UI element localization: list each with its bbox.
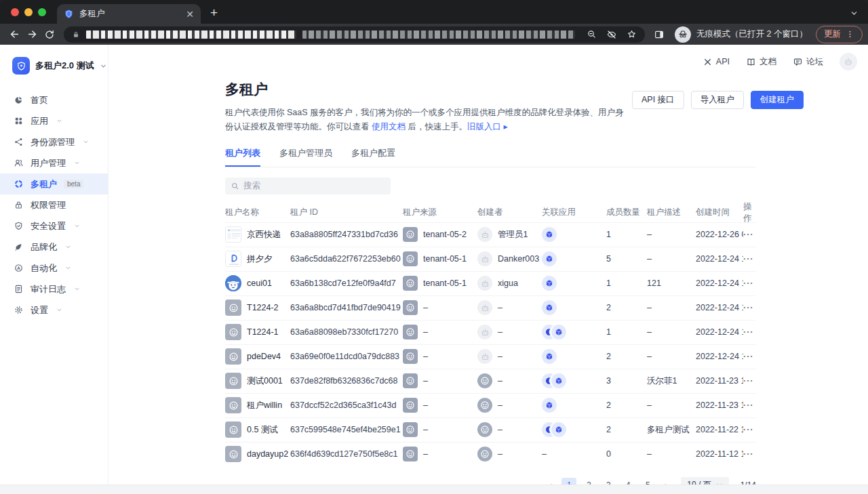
linked-app-icon[interactable] [542, 251, 557, 266]
row-actions-button[interactable]: ··· [743, 425, 754, 434]
linked-app-icon[interactable] [551, 373, 566, 388]
table-row[interactable]: ceui01 63a6b138cd7e12fe0f9a4fd7 tenant-0… [225, 271, 756, 295]
page-number-5[interactable]: 5 [640, 478, 655, 485]
tab-1[interactable]: 多租户管理员 [279, 147, 332, 167]
table-row[interactable]: 测试0001 637de82f8fb6326836c7dc68 – – 3 沃尔… [225, 369, 756, 393]
tab-close-icon[interactable]: ✕ [186, 9, 194, 19]
page-number-1[interactable]: 1 [561, 478, 576, 485]
tenant-avatar [225, 373, 241, 389]
table-row[interactable]: 0.5 测试 637c599548e745ef4be259e1 – – 2 多租… [225, 417, 756, 442]
workspace-switcher[interactable]: 多租户2.0 测试 [0, 57, 108, 75]
new-tab-button[interactable]: + [210, 5, 218, 20]
sidebar-item-apps[interactable]: 应用 [0, 110, 108, 131]
table-row[interactable]: daydayup2 636f4d639cd127e750f5e8c1 – – –… [225, 442, 756, 466]
forward-button[interactable] [23, 26, 41, 43]
sidebar-item-label: 品牌化 [31, 241, 57, 253]
minimize-window-button[interactable] [24, 8, 33, 16]
back-button[interactable] [5, 26, 23, 43]
row-actions-button[interactable]: ··· [743, 400, 754, 410]
main-panel: API 文档 论坛 多租户 租户代表使用你 SaaS 服务的客户，我们将为你的一… [108, 45, 868, 485]
linked-app-icon[interactable] [542, 398, 557, 413]
bookmark-star-icon[interactable] [627, 29, 637, 39]
table-row[interactable]: pdeDev4 63a69e0f0e11dcd0a79dc883 – – 2 –… [225, 344, 756, 369]
sidebar-item-home[interactable]: 首页 [0, 89, 108, 110]
create-tenant-button[interactable]: 创建租户 [751, 91, 804, 109]
table-row[interactable]: 租户willin 637dccf52c2d365ca3f1c43d – – 2 … [225, 393, 756, 417]
eye-hidden-icon[interactable] [606, 29, 617, 40]
sidebar-item-audit[interactable]: 审计日志 [0, 279, 108, 300]
close-window-button[interactable] [11, 8, 19, 16]
search-input[interactable] [243, 181, 385, 190]
row-actions-button[interactable]: ··· [743, 230, 754, 239]
side-panel-icon[interactable] [650, 26, 668, 43]
chevron-down-icon [83, 139, 89, 145]
row-actions-button[interactable]: ··· [743, 327, 754, 337]
next-page-button[interactable]: › [660, 480, 672, 485]
sidebar-item-users[interactable]: 用户管理 [0, 152, 108, 173]
linked-app-icon[interactable] [542, 300, 557, 315]
tenant-source-icon [403, 227, 418, 242]
row-actions-button[interactable]: ··· [743, 279, 754, 288]
creator-name: – [498, 303, 502, 312]
sidebar-item-tenants[interactable]: 多租户 beta [0, 173, 108, 194]
reload-button[interactable] [41, 26, 58, 43]
search-box[interactable] [225, 178, 391, 194]
page-size-select[interactable]: 10 / 页 [681, 477, 728, 485]
legacy-entry-link[interactable]: 旧版入口 ▸ [467, 122, 508, 131]
linked-apps [542, 373, 606, 388]
creator-avatar [477, 276, 492, 291]
linked-app-icon[interactable] [542, 276, 557, 291]
tenant-description: – [647, 254, 696, 264]
docs-link[interactable]: 使用文档 [372, 122, 406, 131]
tab-2[interactable]: 多租户配置 [351, 147, 395, 167]
topbar-link-forum[interactable]: 论坛 [793, 56, 823, 68]
topbar-link-api[interactable]: API [703, 56, 730, 68]
tab-0[interactable]: 租户列表 [225, 147, 260, 167]
maximize-window-button[interactable] [38, 8, 46, 16]
sidebar-item-idp[interactable]: 身份源管理 [0, 131, 108, 152]
user-avatar[interactable] [840, 53, 857, 70]
linked-app-icon[interactable] [542, 349, 557, 364]
linked-apps [542, 349, 606, 364]
url-bar[interactable] [64, 26, 645, 43]
update-browser-button[interactable]: 更新 [816, 26, 863, 43]
page-number-3[interactable]: 3 [601, 478, 616, 485]
table-row[interactable]: 京西快递 63a8a8805ff247331bd7cd36 tenant-05-… [225, 222, 756, 247]
tenant-source: tenant-05-2 [423, 230, 467, 239]
sidebar-item-automation[interactable]: 自动化 [0, 258, 108, 279]
sidebar-item-permission[interactable]: 权限管理 [0, 194, 108, 215]
row-actions-button[interactable]: ··· [743, 303, 754, 312]
row-actions-button[interactable]: ··· [743, 254, 754, 264]
sidebar-item-security[interactable]: 安全设置 [0, 215, 108, 236]
tenant-avatar [225, 275, 241, 291]
table-row[interactable]: T1224-2 63a6a8bcd7d41fbd7de90419 – – 2 –… [225, 295, 756, 320]
topbar-link-docs[interactable]: 文档 [746, 56, 776, 68]
table-row[interactable]: 拼夕夕 63a6c5dda622f7672253eb60 tenant-05-1… [225, 247, 756, 271]
sidebar-item-label: 应用 [31, 115, 48, 127]
import-tenant-button[interactable]: 导入租户 [691, 91, 744, 109]
page-size-value: 10 / 页 [687, 479, 711, 485]
row-actions-button[interactable]: ··· [743, 376, 754, 386]
row-actions-button[interactable]: ··· [743, 352, 754, 361]
window-controls[interactable] [11, 8, 46, 16]
linked-app-icon[interactable] [551, 325, 566, 339]
page-number-2[interactable]: 2 [581, 478, 596, 485]
linked-app-icon[interactable] [551, 422, 566, 437]
created-time: 2022-12-26 0 [696, 230, 743, 239]
linked-app-icon[interactable] [542, 227, 557, 242]
linked-apps [542, 251, 606, 266]
shield-icon [14, 221, 24, 231]
created-time: 2022-12-24 1 [696, 327, 743, 337]
browser-tab[interactable]: 多租户 ✕ [57, 4, 201, 24]
tenant-name: 测试0001 [247, 375, 283, 387]
table-row[interactable]: T1224-1 63a6a88098eb7330fcf17270 – – 1 –… [225, 320, 756, 344]
api-endpoint-button[interactable]: API 接口 [632, 91, 684, 109]
sidebar-item-settings[interactable]: 设置 [0, 300, 108, 321]
sidebar-item-branding[interactable]: 品牌化 [0, 236, 108, 258]
workspace-name: 多租户2.0 测试 [35, 60, 94, 72]
tab-search-chevron-icon[interactable] [850, 9, 859, 18]
row-actions-button[interactable]: ··· [743, 449, 754, 459]
previous-page-button[interactable]: ‹ [545, 480, 557, 485]
page-number-4[interactable]: 4 [620, 478, 635, 485]
zoom-out-icon[interactable] [587, 29, 597, 39]
